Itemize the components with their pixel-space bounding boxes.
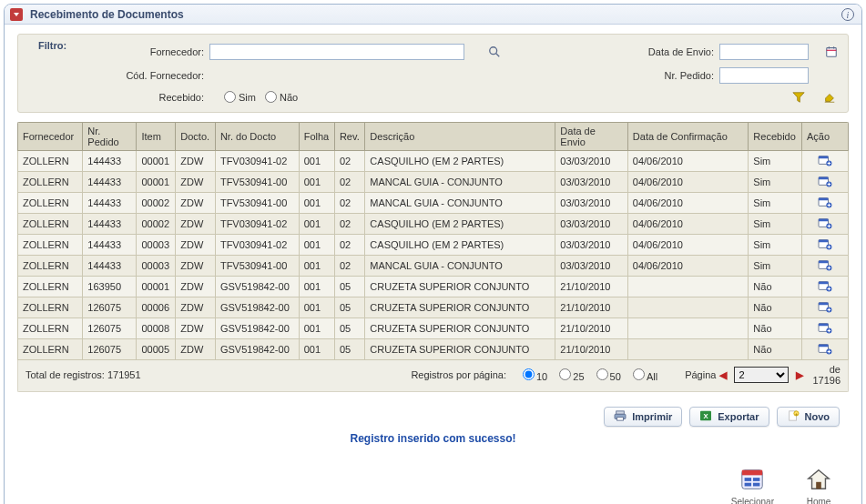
svg-point-0 xyxy=(490,46,497,54)
fornecedor-input[interactable] xyxy=(209,44,464,60)
success-message: Registro inserido com sucesso! xyxy=(17,432,849,445)
cell-acao xyxy=(801,235,848,256)
data-envio-input[interactable] xyxy=(719,44,809,60)
selecionar-sistema-label: SelecionarSistema xyxy=(731,497,774,504)
cell-data_envio: 21/10/2010 xyxy=(555,277,628,297)
perpage-all[interactable] xyxy=(633,368,645,380)
svg-rect-2 xyxy=(827,47,837,56)
col-data-envio[interactable]: Data de Envio xyxy=(555,123,628,151)
cell-docto: ZDW xyxy=(176,277,216,297)
table-row[interactable]: ZOLLERN14443300003ZDWTFV530941-0000102MA… xyxy=(18,256,849,277)
exportar-button[interactable]: X Exportar xyxy=(689,407,769,427)
table-row[interactable]: ZOLLERN14443300001ZDWTFV030941-0200102CA… xyxy=(18,151,849,172)
imprimir-button[interactable]: Imprimir xyxy=(604,407,682,427)
cell-descricao: CASQUILHO (EM 2 PARTES) xyxy=(365,235,555,256)
search-icon[interactable] xyxy=(487,45,502,59)
view-details-icon[interactable] xyxy=(818,300,832,313)
view-details-icon[interactable] xyxy=(818,237,832,250)
cell-docto: ZDW xyxy=(176,339,216,360)
cell-descricao: CRUZETA SUPERIOR CONJUNTO xyxy=(365,277,555,297)
col-item[interactable]: Item xyxy=(137,123,176,151)
recebido-sim-radio[interactable] xyxy=(224,91,236,103)
page-prev-icon[interactable]: ◀ xyxy=(716,369,730,381)
view-details-icon[interactable] xyxy=(818,175,832,187)
cell-descricao: MANCAL GUIA - CONJUNTO xyxy=(365,193,555,214)
cell-rev: 02 xyxy=(334,193,364,214)
cell-nr_pedido: 144433 xyxy=(83,151,137,172)
cell-folha: 001 xyxy=(299,151,334,172)
page-next-icon[interactable]: ▶ xyxy=(792,369,807,381)
cell-item: 00001 xyxy=(137,172,176,193)
col-folha[interactable]: Folha xyxy=(299,123,334,151)
col-fornecedor[interactable]: Fornecedor xyxy=(18,123,83,151)
view-details-icon[interactable] xyxy=(818,258,832,271)
col-data-confirmacao[interactable]: Data de Confirmação xyxy=(627,123,749,151)
cell-folha: 001 xyxy=(299,339,334,360)
cell-descricao: MANCAL GUIA - CONJUNTO xyxy=(365,256,555,277)
recebido-nao-text: Não xyxy=(280,92,298,103)
svg-rect-46 xyxy=(742,470,762,476)
table-row[interactable]: ZOLLERN12607500005ZDWGSV519842-0000105CR… xyxy=(18,339,849,360)
table-row[interactable]: ZOLLERN12607500008ZDWGSV519842-0000105CR… xyxy=(18,318,849,339)
cell-fornecedor: ZOLLERN xyxy=(18,297,83,318)
perpage-10[interactable] xyxy=(523,368,535,380)
panel-header: Recebimento de Documentos i xyxy=(5,5,861,25)
perpage-50[interactable] xyxy=(596,368,608,380)
col-rev[interactable]: Rev. xyxy=(334,123,364,151)
cell-item: 00003 xyxy=(137,235,176,256)
panel-title: Recebimento de Documentos xyxy=(30,8,184,21)
cell-folha: 001 xyxy=(299,256,334,277)
clear-filter-icon[interactable] xyxy=(822,90,837,105)
col-descricao[interactable]: Descrição xyxy=(365,123,555,151)
view-details-icon[interactable] xyxy=(818,279,832,292)
col-nr-pedido[interactable]: Nr. Pedido xyxy=(83,123,137,151)
database-icon xyxy=(739,467,766,494)
cell-data_conf: 04/06/2010 xyxy=(627,235,749,256)
col-recebido[interactable]: Recebido xyxy=(749,123,802,151)
view-details-icon[interactable] xyxy=(818,196,832,208)
recebido-nao-radio[interactable] xyxy=(265,91,277,103)
cell-folha: 001 xyxy=(299,235,334,256)
novo-button[interactable]: + Novo xyxy=(777,407,841,427)
col-docto[interactable]: Docto. xyxy=(176,123,216,151)
collapse-icon[interactable] xyxy=(10,8,23,21)
panel-body: Filtro: Fornecedor: Data de Envio: xyxy=(5,25,861,504)
nr-pedido-input[interactable] xyxy=(719,67,809,84)
cell-rev: 05 xyxy=(334,318,364,339)
calendar-icon[interactable] xyxy=(824,45,839,59)
table-row[interactable]: ZOLLERN14443300001ZDWTFV530941-0000102MA… xyxy=(18,172,849,193)
cell-fornecedor: ZOLLERN xyxy=(18,318,83,339)
table-row[interactable]: ZOLLERN12607500006ZDWGSV519842-0000105CR… xyxy=(18,297,849,318)
svg-rect-35 xyxy=(819,345,829,348)
selecionar-sistema-tile[interactable]: SelecionarSistema xyxy=(731,467,774,504)
cell-nr_pedido: 144433 xyxy=(83,256,137,277)
cell-acao xyxy=(801,256,848,277)
perpage-label: Registros por página: xyxy=(411,369,506,380)
apply-filter-icon[interactable] xyxy=(791,90,806,105)
table-row[interactable]: ZOLLERN14443300002ZDWTFV530941-0000102MA… xyxy=(18,193,849,214)
cell-data_conf xyxy=(627,297,749,318)
col-nr-docto[interactable]: Nr. do Docto xyxy=(215,123,299,151)
cell-item: 00001 xyxy=(137,277,176,297)
svg-text:X: X xyxy=(704,412,709,420)
cell-descricao: CRUZETA SUPERIOR CONJUNTO xyxy=(365,339,555,360)
excel-icon: X xyxy=(699,410,712,423)
view-details-icon[interactable] xyxy=(818,154,832,166)
cell-descricao: CASQUILHO (EM 2 PARTES) xyxy=(365,151,555,172)
cell-data_envio: 21/10/2010 xyxy=(555,318,628,339)
view-details-icon[interactable] xyxy=(818,217,832,229)
home-tile[interactable]: Home xyxy=(805,467,832,504)
table-row[interactable]: ZOLLERN14443300002ZDWTFV030941-0200102CA… xyxy=(18,214,849,235)
recebido-label: Recebido: xyxy=(27,92,209,103)
svg-rect-29 xyxy=(819,303,829,306)
view-details-icon[interactable] xyxy=(818,321,832,334)
cell-rev: 05 xyxy=(334,297,364,318)
svg-rect-48 xyxy=(753,478,759,481)
table-row[interactable]: ZOLLERN16395000001ZDWGSV519842-0000105CR… xyxy=(18,277,849,297)
table-row[interactable]: ZOLLERN14443300003ZDWTFV030941-0200102CA… xyxy=(18,235,849,256)
perpage-25[interactable] xyxy=(559,368,571,380)
page-select[interactable]: 2 xyxy=(734,367,789,383)
view-details-icon[interactable] xyxy=(818,342,832,355)
cell-docto: ZDW xyxy=(176,235,216,256)
info-icon[interactable]: i xyxy=(841,8,854,21)
